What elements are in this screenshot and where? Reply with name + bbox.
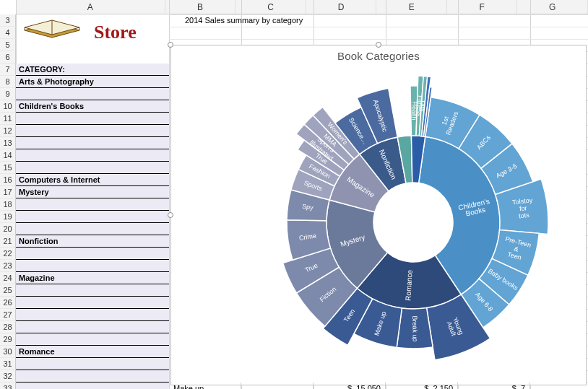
row-header-19[interactable]: 19 — [0, 211, 16, 223]
cell-a12[interactable] — [16, 125, 169, 137]
row-header-25[interactable]: 25 — [0, 284, 16, 297]
cell-a24[interactable]: Magazine — [16, 272, 169, 284]
col-header-F[interactable]: F — [447, 0, 518, 14]
row-header-7[interactable]: 7 — [0, 64, 16, 76]
cell-f33[interactable]: $ 7 — [458, 383, 530, 389]
cell-a13[interactable] — [16, 137, 169, 149]
row-header-21[interactable]: 21 — [0, 235, 16, 248]
category-header[interactable]: CATEGORY: — [16, 64, 169, 76]
row-header-12[interactable]: 12 — [0, 125, 16, 137]
cell-a9[interactable] — [16, 88, 169, 100]
cell-a26[interactable] — [16, 297, 169, 309]
row-header-11[interactable]: 11 — [0, 113, 16, 125]
cell-a10[interactable]: Children's Books — [16, 100, 169, 113]
cell-a30[interactable]: Romance — [16, 346, 169, 358]
cell-a20[interactable] — [16, 223, 169, 235]
row-header-8[interactable]: 8 — [0, 76, 16, 88]
cell-a33[interactable] — [16, 383, 169, 389]
col-header-B[interactable]: B — [165, 0, 236, 14]
spreadsheet-view: A B C D E F G 34567891011121314151617181… — [0, 0, 588, 389]
row-header-4[interactable]: 4 — [0, 27, 16, 39]
row-header-33[interactable]: 33 — [0, 383, 16, 389]
col-header-E[interactable]: E — [376, 0, 447, 14]
col-header-D[interactable]: D — [306, 0, 377, 14]
chart-object[interactable]: Book Categories Children'sBooksRomanceMy… — [170, 45, 587, 385]
cell-a29[interactable] — [16, 333, 169, 346]
column-A-cells: CATEGORY:Arts & PhotographyChildren's Bo… — [16, 14, 169, 389]
cell-a25[interactable] — [16, 284, 169, 297]
chart-resize-handle[interactable] — [168, 212, 173, 218]
column-headers: A B C D E F G — [16, 0, 588, 14]
row-header-6[interactable]: 6 — [0, 51, 16, 64]
row-header-9[interactable]: 9 — [0, 88, 16, 100]
row-header-27[interactable]: 27 — [0, 309, 16, 321]
row-header-13[interactable]: 13 — [0, 137, 16, 149]
cell-a17[interactable]: Mystery — [16, 186, 169, 198]
row-header-14[interactable]: 14 — [0, 149, 16, 162]
cell-a21[interactable]: Nonfiction — [16, 235, 169, 248]
row-header-26[interactable]: 26 — [0, 297, 16, 309]
cell-a15[interactable] — [16, 162, 169, 174]
cell-d33[interactable]: $ 15,050 — [314, 383, 386, 389]
chart-resize-handle[interactable] — [168, 42, 173, 48]
row-header-16[interactable]: 16 — [0, 174, 16, 186]
row-header-31[interactable]: 31 — [0, 358, 16, 370]
cell-a11[interactable] — [16, 113, 169, 125]
cell-a32[interactable] — [16, 370, 169, 383]
row-header-23[interactable]: 23 — [0, 260, 16, 272]
cell-a22[interactable] — [16, 248, 169, 260]
row-header-30[interactable]: 30 — [0, 346, 16, 358]
row-header-3[interactable]: 3 — [0, 14, 16, 27]
row-header-22[interactable]: 22 — [0, 248, 16, 260]
cell-c33[interactable] — [241, 383, 314, 389]
cell-a31[interactable] — [16, 358, 169, 370]
sunburst-chart[interactable]: Children'sBooksRomanceMysteryMagazineNon… — [189, 67, 565, 389]
cell-a23[interactable] — [16, 260, 169, 272]
row-header-32[interactable]: 32 — [0, 370, 16, 383]
svg-text:Break up: Break up — [411, 315, 418, 341]
cell-a16[interactable]: Computers & Internet — [16, 174, 169, 186]
row-header-5[interactable]: 5 — [0, 39, 16, 51]
row-header-18[interactable]: 18 — [0, 198, 16, 211]
row-headers: 3456789101112131415161718192021222324252… — [0, 14, 16, 389]
chart-resize-handle[interactable] — [376, 42, 381, 48]
cell-e33[interactable]: $ 2,150 — [386, 383, 458, 389]
col-header-G[interactable]: G — [517, 0, 588, 14]
cell-a14[interactable] — [16, 149, 169, 162]
col-header-C[interactable]: C — [235, 0, 306, 14]
row-header-24[interactable]: 24 — [0, 272, 16, 284]
cell-a8[interactable]: Arts & Photography — [16, 76, 169, 88]
cell-title[interactable]: 2014 Sales summary by category — [169, 14, 303, 27]
cell-a18[interactable] — [16, 198, 169, 211]
bottom-row: Make up $ 15,050 $ 2,150 $ 7 — [169, 383, 530, 389]
cell-a28[interactable] — [16, 321, 169, 333]
row-header-20[interactable]: 20 — [0, 223, 16, 235]
row-header-10[interactable]: 10 — [0, 100, 16, 113]
row-header-15[interactable]: 15 — [0, 162, 16, 174]
cell-b33[interactable]: Make up — [169, 383, 241, 389]
chart-title: Book Categories — [171, 45, 586, 62]
row-header-29[interactable]: 29 — [0, 333, 16, 346]
row-header-28[interactable]: 28 — [0, 321, 16, 333]
row-header-17[interactable]: 17 — [0, 186, 16, 198]
cell-a27[interactable] — [16, 309, 169, 321]
cell-a19[interactable] — [16, 211, 169, 223]
